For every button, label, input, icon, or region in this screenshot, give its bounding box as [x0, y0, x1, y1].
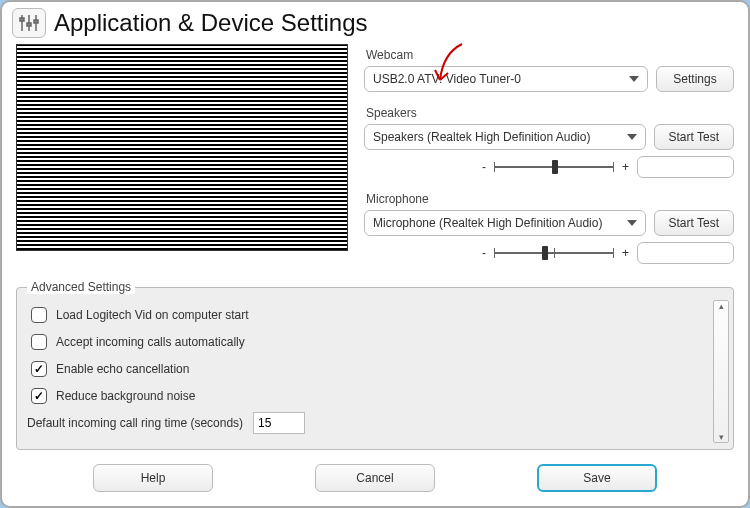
- plus-label: +: [622, 160, 629, 174]
- svg-rect-3: [20, 18, 24, 21]
- cancel-button[interactable]: Cancel: [315, 464, 435, 492]
- minus-label: -: [482, 160, 486, 174]
- opt-label: Reduce background noise: [56, 389, 195, 403]
- opt-label: Load Logitech Vid on computer start: [56, 308, 249, 322]
- page-title: Application & Device Settings: [54, 9, 368, 37]
- faders-icon: [12, 8, 46, 38]
- speakers-label: Speakers: [366, 106, 734, 120]
- opt-auto-accept[interactable]: [31, 334, 47, 350]
- webcam-label: Webcam: [366, 48, 734, 62]
- speakers-select[interactable]: Speakers (Realtek High Definition Audio): [364, 124, 646, 150]
- footer: Help Cancel Save: [2, 450, 748, 492]
- opt-reduce-noise[interactable]: [31, 388, 47, 404]
- speakers-test-button[interactable]: Start Test: [654, 124, 734, 150]
- header: Application & Device Settings: [2, 2, 748, 40]
- speakers-meter: [637, 156, 734, 178]
- svg-rect-5: [34, 20, 38, 23]
- ring-time-label: Default incoming call ring time (seconds…: [27, 416, 243, 430]
- speakers-volume-slider[interactable]: [494, 159, 614, 175]
- mic-select[interactable]: Microphone (Realtek High Definition Audi…: [364, 210, 646, 236]
- ring-time-input[interactable]: [253, 412, 305, 434]
- webcam-select[interactable]: USB2.0 ATV: Video Tuner-0: [364, 66, 648, 92]
- opt-echo-cancel[interactable]: [31, 361, 47, 377]
- help-button[interactable]: Help: [93, 464, 213, 492]
- mic-meter: [637, 242, 734, 264]
- svg-rect-4: [27, 23, 31, 26]
- mic-label: Microphone: [366, 192, 734, 206]
- chevron-down-icon: ▾: [719, 432, 724, 442]
- mic-volume-slider[interactable]: [494, 245, 614, 261]
- webcam-settings-button[interactable]: Settings: [656, 66, 734, 92]
- advanced-settings: Advanced Settings Load Logitech Vid on c…: [16, 280, 734, 450]
- minus-label: -: [482, 246, 486, 260]
- mic-test-button[interactable]: Start Test: [654, 210, 734, 236]
- save-button[interactable]: Save: [537, 464, 657, 492]
- opt-label: Accept incoming calls automatically: [56, 335, 245, 349]
- webcam-preview: [16, 44, 348, 251]
- opt-load-on-start[interactable]: [31, 307, 47, 323]
- advanced-scrollbar[interactable]: ▴ ▾: [713, 300, 729, 443]
- opt-label: Enable echo cancellation: [56, 362, 189, 376]
- plus-label: +: [622, 246, 629, 260]
- chevron-up-icon: ▴: [719, 301, 724, 311]
- advanced-legend: Advanced Settings: [27, 280, 135, 294]
- device-panel: Webcam USB2.0 ATV: Video Tuner-0 Setting…: [364, 44, 734, 274]
- settings-window: Application & Device Settings Webcam USB…: [0, 0, 750, 508]
